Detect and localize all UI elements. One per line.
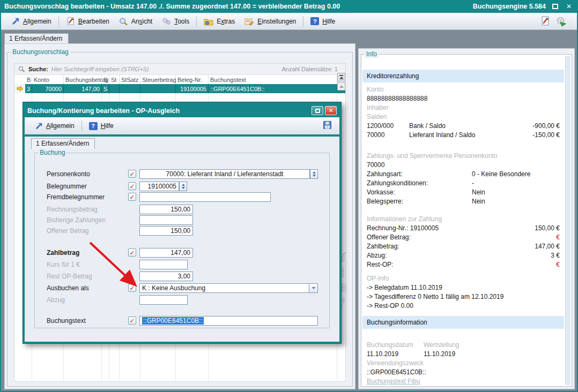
header-gutter xyxy=(14,75,25,84)
dialog-title: Buchung/Kontierung bearbeiten - OP-Ausgl… xyxy=(27,107,180,115)
op-info-line: -> Belegdatum 11.10.2019 xyxy=(367,283,560,292)
menu-tools[interactable]: Tools xyxy=(157,16,194,27)
tab-erfassen-aendern[interactable]: 1 Erfassen/Ändern xyxy=(4,33,69,43)
col-header-stsatz[interactable]: StSatz xyxy=(120,75,140,84)
info-row: Zahlungskonditionen:- xyxy=(367,179,560,188)
col-header-buchungsbetrag[interactable]: Buchungsbetrag xyxy=(64,75,102,84)
dialog-body: 1 Erfassen/Ändern Buchung Personenkonto … xyxy=(25,137,339,342)
search-label: Suche: xyxy=(28,66,48,72)
field-label: Belegnummer xyxy=(47,183,87,190)
fremdbelegnummer-input[interactable] xyxy=(139,192,271,202)
folder-icon xyxy=(204,17,213,26)
rest-op-betrag-field: 3,00 xyxy=(139,272,193,281)
menu-extras[interactable]: Extras xyxy=(199,16,240,27)
current-row-arrow-icon xyxy=(17,86,24,92)
menu-ansicht[interactable]: Ansicht xyxy=(114,16,157,27)
menubar: Allgemein Bearbeiten Ansicht Tools Extra… xyxy=(0,13,578,30)
restore-icon xyxy=(552,4,558,9)
info-row-value: Nein xyxy=(472,188,485,197)
field-label: Buchungstext xyxy=(47,317,86,325)
close-window-button[interactable] xyxy=(564,2,574,11)
cell-s: S xyxy=(102,84,109,93)
menu-bearbeiten[interactable]: Bearbeiten xyxy=(61,15,114,27)
col-header-s[interactable]: S xyxy=(102,75,109,84)
col-header-st[interactable]: St xyxy=(109,75,120,84)
dialog-menu-hilfe[interactable]: Hilfe xyxy=(84,120,118,132)
dialog-restore-button[interactable] xyxy=(312,106,323,115)
document-tool-icon[interactable] xyxy=(540,16,550,26)
checked-icon[interactable] xyxy=(128,316,136,325)
menu-label: Allgemein xyxy=(23,18,51,25)
buchungsdatum-label: Buchungsdatum xyxy=(367,341,424,350)
info-row-value: Nein xyxy=(472,197,485,206)
personenkonto-spinner[interactable] xyxy=(310,169,318,179)
dialog-close-button[interactable] xyxy=(325,106,337,115)
checked-icon[interactable] xyxy=(128,248,136,257)
saldo-row: 70000 Lieferant Inland / Saldo -150,00 € xyxy=(367,131,560,140)
field-label: Zahlbetrag xyxy=(47,249,79,257)
belegnummer-spinner[interactable] xyxy=(179,182,187,191)
col-header-konto[interactable]: Konto xyxy=(32,75,64,84)
arrow-ne-icon xyxy=(35,122,43,130)
euro-symbol: € xyxy=(556,261,560,268)
dialog-tab-erfassen-aendern[interactable]: 1 Erfassen/Ändern xyxy=(31,138,95,149)
menu-separator xyxy=(81,120,82,131)
dialog-menu-allgemein[interactable]: Allgemein xyxy=(30,120,79,132)
restore-window-button[interactable] xyxy=(550,2,560,11)
euro-symbol: € xyxy=(556,224,560,232)
section-header-op-info: OP-Info xyxy=(367,274,560,283)
salden-label: Salden xyxy=(367,112,560,122)
ausbuchen-als-dropdown[interactable]: K : Keine Ausbuchung xyxy=(139,283,318,293)
kurs-field xyxy=(139,260,188,269)
payment-label: Zahlbetrag: xyxy=(367,242,399,251)
field-label: Personenkonto xyxy=(47,170,90,178)
dialog-toolbar: Allgemein Hilfe xyxy=(25,117,339,134)
vermerke-konto: 70000 xyxy=(367,161,560,170)
col-header-steuerbetrag[interactable]: Steuerbetrag xyxy=(140,75,176,84)
scroll-up-button[interactable] xyxy=(337,82,345,91)
field-label: Rechnungsbetrag xyxy=(47,206,98,213)
checked-icon[interactable] xyxy=(128,182,136,190)
konto-value: 88888888888888888 xyxy=(367,94,560,103)
search-input[interactable] xyxy=(51,66,279,72)
op-ausgleich-dialog: Buchung/Kontierung bearbeiten - OP-Ausgl… xyxy=(23,102,342,344)
saldo-value: -150,00 € xyxy=(532,131,560,140)
verwendungszweck-value: ::GRP00E6451C0B:: xyxy=(367,368,560,377)
chevron-down-icon[interactable] xyxy=(309,284,317,292)
menu-label: Allgemein xyxy=(46,122,75,130)
personenkonto-combo[interactable]: 70000: Lieferant Inland / Lieferantensta… xyxy=(139,169,310,179)
arrow-ne-icon xyxy=(11,17,20,26)
save-button[interactable] xyxy=(323,120,334,131)
buchungsdatum-value: 11.10.2019 xyxy=(367,350,424,359)
checked-icon[interactable] xyxy=(128,284,136,292)
menu-hilfe[interactable]: Hilfe xyxy=(306,16,340,27)
row-zahlbetrag: Zahlbetrag 147,00 xyxy=(35,248,329,258)
table-row-selected[interactable]: 3 70000 147,00 S 19100005 ::GRP00E6451C0… xyxy=(14,84,345,93)
abzug-field xyxy=(139,295,188,305)
col-header-b[interactable]: B xyxy=(25,75,32,84)
zahlbetrag-input[interactable]: 147,00 xyxy=(139,248,193,258)
scroll-to-top-button[interactable] xyxy=(337,73,345,81)
help-icon xyxy=(89,122,98,130)
info-row-label: Vorkasse: xyxy=(367,188,472,197)
dates-values-row: 11.10.2019 11.10.2019 xyxy=(367,350,560,359)
menu-label: Ansicht xyxy=(131,18,152,25)
menu-allgemein[interactable]: Allgemein xyxy=(6,16,56,27)
buchungstext-fibu-link[interactable]: Buchungstext Fibu xyxy=(367,378,420,385)
field-label: Bisherige Zahlungen xyxy=(47,216,106,224)
payment-amount: 150,00 € xyxy=(535,224,560,233)
col-header-buchungstext[interactable]: Buchungstext xyxy=(209,75,337,84)
buchungstext-input[interactable]: ::GRP00E6451C0B:: xyxy=(139,316,318,326)
checked-icon[interactable] xyxy=(128,193,136,201)
row-rest-op-betrag: Rest OP-Betrag 3,00 xyxy=(35,272,329,281)
checked-icon[interactable] xyxy=(128,170,136,178)
field-label: Rest OP-Betrag xyxy=(47,273,92,280)
belegnummer-input[interactable]: 19100005 xyxy=(139,182,179,191)
menu-einstellungen[interactable]: Einstellungen xyxy=(240,16,301,27)
process-gear-icon[interactable] xyxy=(555,16,566,26)
field-label: Abzug xyxy=(47,296,65,304)
col-header-beleg-nr[interactable]: Beleg-Nr. xyxy=(176,75,209,84)
info-scrollbar[interactable] xyxy=(565,56,570,385)
wertstellung-label: Wertstellung xyxy=(424,341,480,350)
saldo-konto: 1200/000 xyxy=(367,122,409,131)
